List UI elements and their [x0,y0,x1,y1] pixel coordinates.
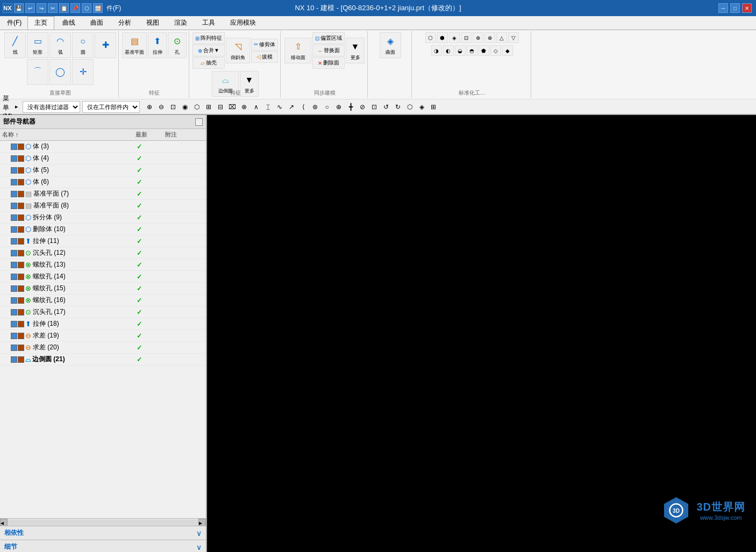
col-note[interactable]: 附注 [163,130,206,139]
sec-icon23[interactable]: ⬡ [404,102,415,112]
scope-dropdown[interactable]: 仅在工作部件内 [82,101,140,113]
sec-icon20[interactable]: ⊡ [369,102,380,112]
btn-rect[interactable]: ▭ 矩形 [27,32,48,58]
toolbar-icon-redo[interactable]: ↪ [37,3,46,13]
nav-item[interactable]: ⌓ 边倒圆 (21) ✓ [0,354,206,365]
btn-move-face[interactable]: ⇧ 移动面 [284,38,311,63]
col-name[interactable]: 名称 [0,130,120,139]
btn-misc13[interactable]: ⬟ [479,45,489,56]
toolbar-icon-cut[interactable]: ✂ [48,3,58,13]
vis-check1[interactable] [11,238,17,245]
nav-item[interactable]: ⬆ 拉伸 (18) ✓ [0,318,206,330]
tab-tools[interactable]: 工具 [195,16,222,30]
vis-check2[interactable] [18,321,24,327]
toolbar-icon-3d[interactable]: ⬡ [82,3,91,13]
panel-dependency[interactable]: 相依性 ∨ [0,526,206,540]
btn-misc12[interactable]: ◓ [467,45,477,56]
nav-item[interactable]: ⊗ 螺纹孔 (16) ✓ [0,295,206,306]
scroll-right-btn[interactable]: ▸ [198,519,206,526]
sec-icon14[interactable]: ⟨ [298,102,309,112]
vis-check1[interactable] [11,309,17,316]
toolbar-icon-copy[interactable]: 📋 [59,3,69,13]
nav-item[interactable]: ⊗ 螺纹孔 (13) ✓ [0,259,206,271]
toolbar-icon-save[interactable]: 💾 [14,3,24,13]
maximize-button[interactable]: □ [730,3,740,13]
nav-item[interactable]: ⊖ 求差 (19) ✓ [0,330,206,342]
nav-item[interactable]: ▤ 基准平面 (7) ✓ [0,188,206,200]
tab-apps[interactable]: 应用模块 [223,16,263,30]
nav-item[interactable]: ⊗ 螺纹孔 (15) ✓ [0,283,206,295]
scroll-track[interactable] [8,520,198,525]
vis-check2[interactable] [18,179,24,185]
btn-misc3[interactable]: ◈ [449,32,460,43]
sec-icon11[interactable]: ⌶ [262,102,273,112]
btn-misc5[interactable]: ⊕ [473,32,483,43]
btn-replace-face[interactable]: ↔ 替换面 [312,45,345,56]
vis-check2[interactable] [18,262,24,268]
btn-arc[interactable]: ◠ 弧 [49,32,71,58]
sec-icon12[interactable]: ∿ [274,102,285,112]
btn-oval[interactable]: ◯ [49,59,71,85]
vis-check2[interactable] [18,191,24,197]
btn-more-feature[interactable]: ▼ 更多 [240,71,259,97]
sec-icon9[interactable]: ⊗ [239,102,249,112]
vis-check2[interactable] [18,203,24,209]
panel-detail[interactable]: 细节 ∨ [0,540,206,552]
close-button[interactable]: ✕ [742,3,752,13]
btn-array-feature[interactable]: ⊞ 阵列特征 [192,32,225,44]
btn-misc15[interactable]: ◆ [502,45,513,56]
sec-icon8[interactable]: ⌧ [227,102,238,112]
nav-item[interactable]: ▤ 基准平面 (8) ✓ [0,200,206,212]
nav-item[interactable]: ⬆ 拉伸 (11) ✓ [0,235,206,247]
nav-hscrollbar[interactable]: ◂ ▸ [0,518,206,526]
vis-check1[interactable] [11,333,17,339]
vis-check2[interactable] [18,226,24,233]
btn-delete-face[interactable]: ✕ 删除面 [312,57,345,69]
nav-item[interactable]: ⬡ 拆分体 (9) ✓ [0,212,206,224]
menu-btn[interactable]: 菜单(M) [2,102,13,112]
sec-icon3[interactable]: ⊡ [168,102,179,112]
vis-check1[interactable] [11,179,17,185]
sec-icon5[interactable]: ⬡ [191,102,202,112]
sec-icon16[interactable]: ○ [322,102,332,112]
nav-item[interactable]: ⊙ 沉头孔 (12) ✓ [0,247,206,259]
vis-check1[interactable] [11,203,17,209]
tab-render[interactable]: 渲染 [167,16,194,30]
tab-view[interactable]: 视图 [139,16,166,30]
vis-check1[interactable] [11,285,17,292]
sec-icon24[interactable]: ◈ [416,102,427,112]
vis-check1[interactable] [11,191,17,197]
btn-misc6[interactable]: ⊗ [484,32,495,43]
sec-icon18[interactable]: ╋ [345,102,356,112]
sec-icon10[interactable]: ∧ [251,102,261,112]
btn-plus[interactable]: ✚ [95,32,116,58]
btn-draft[interactable]: ◁ 拔模 [251,51,278,63]
vis-check1[interactable] [11,297,17,304]
nav-item[interactable]: ⬡ 体 (5) ✓ [0,164,206,176]
sec-icon13[interactable]: ↗ [286,102,297,112]
vis-check1[interactable] [11,155,17,162]
nav-item[interactable]: ⬡ 体 (4) ✓ [0,153,206,164]
btn-misc4[interactable]: ⊡ [461,32,472,43]
btn-offset-region[interactable]: ⊡ 偏置区域 [312,32,345,44]
nav-item[interactable]: ⊗ 螺纹孔 (14) ✓ [0,271,206,283]
btn-misc14[interactable]: ◇ [490,45,501,56]
btn-trim[interactable]: ✂ 修剪体 [251,39,278,51]
btn-misc7[interactable]: △ [496,32,507,43]
vis-check1[interactable] [11,250,17,256]
nav-item[interactable]: ⊖ 求差 (20) ✓ [0,342,206,354]
nav-collapse-btn[interactable] [195,118,203,126]
vis-check2[interactable] [18,356,24,363]
btn-misc1[interactable]: ⬡ [425,32,436,43]
vis-check1[interactable] [11,167,17,174]
filter-dropdown[interactable]: 没有选择过滤器 [23,101,80,113]
sec-icon7[interactable]: ⊟ [215,102,226,112]
vis-check2[interactable] [18,238,24,245]
nav-item[interactable]: ⊙ 沉头孔 (17) ✓ [0,306,206,318]
col-latest[interactable]: 最新 [120,130,163,139]
vis-check1[interactable] [11,356,17,363]
vis-check1[interactable] [11,226,17,233]
tab-home[interactable]: 主页 [27,16,54,30]
nav-item[interactable]: ⬡ 删除体 (10) ✓ [0,224,206,235]
tab-curve[interactable]: 曲线 [55,16,82,30]
